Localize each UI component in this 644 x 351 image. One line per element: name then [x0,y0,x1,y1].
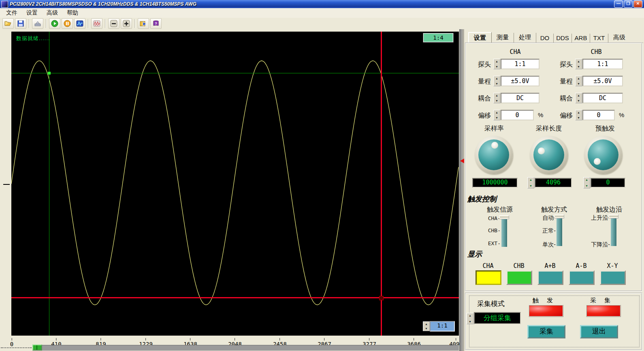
print-button[interactable] [32,18,43,29]
cha-offset-label: 偏移 [470,111,491,120]
zoom-out-button[interactable] [108,18,119,29]
acquisition-mode-label: 采集模式 [477,299,505,308]
trigger-edge-slider-handle[interactable] [609,214,618,218]
zoom-in-button[interactable] [121,18,132,29]
cha-coupling-field[interactable]: DC [501,93,540,103]
sample-rate-knob[interactable] [475,136,513,174]
cha-probe-label: 探头 [470,60,491,69]
chb-coupling-spinner[interactable]: ▲▼ [575,93,582,103]
chb-header: CHB [584,48,608,56]
trigger-mode-slider[interactable] [557,217,562,246]
knob-ball [533,139,564,170]
help-button[interactable]: ? [150,18,162,29]
trigger-mode-slider-handle[interactable] [554,214,564,218]
chb-probe-field[interactable]: 1:1 [582,59,623,69]
trigger-edge-option-rising[interactable]: 上升沿- [580,214,610,222]
horizontal-scale-spinner[interactable]: ▲▼ [423,321,430,331]
menu-file[interactable]: 文件 [2,9,21,17]
trigger-source-slider[interactable] [501,218,507,247]
trigger-source-option-ext[interactable]: EXT- [478,240,501,246]
cha-range-field[interactable]: ±5.0V [501,76,540,86]
red-horizontal-cursor[interactable] [11,297,459,298]
acquire-button[interactable]: 采集 [527,325,565,338]
run-export-button[interactable] [138,18,149,29]
chb-range-field[interactable]: ±5.0V [582,76,623,86]
green-horizontal-cursor[interactable] [11,73,459,73]
help-icon: ? [153,20,159,27]
sample-length-knob[interactable] [530,136,568,174]
chb-coupling-field[interactable]: DC [582,93,623,103]
chb-offset-field[interactable]: 0 [582,110,615,120]
vertical-scale-indicator: 1:4 [423,33,453,42]
menu-help[interactable]: 帮助 [63,9,82,17]
menu-advanced[interactable]: 高级 [43,9,62,17]
display-xy-button[interactable] [600,270,626,285]
trigger-mode-option-normal[interactable]: 正常- [531,227,556,235]
cha-probe-spinner[interactable]: ▲▼ [493,59,500,69]
panel-divider [459,29,464,351]
red-vertical-cursor[interactable] [381,32,382,336]
display-aplusb-button[interactable] [537,270,563,285]
trigger-source-option-cha[interactable]: CHA- [478,215,501,221]
menu-settings[interactable]: 设置 [23,9,41,17]
trigger-led [529,305,563,317]
cha-offset-field[interactable]: 0 [501,110,534,120]
exit-button[interactable]: 退出 [580,325,618,338]
acquisition-mode-spinner[interactable]: ▲▼ [467,313,473,324]
acquisition-panel: 采集模式 ▲▼ 分组采集 触 发 采 集 采集 退出 [465,293,642,350]
tab-advanced[interactable]: 高级 [608,33,630,43]
close-button[interactable]: ✕ [633,0,642,8]
tab-dds[interactable]: DDS [554,34,572,43]
sample-length-spinner[interactable]: ▲▼ [527,177,534,188]
knob-indicator-dot [538,148,545,154]
cha-header: CHA [503,48,527,56]
chb-offset-spinner[interactable]: ▲▼ [575,110,582,120]
chb-range-spinner[interactable]: ▲▼ [575,76,582,86]
cha-range-spinner[interactable]: ▲▼ [493,76,500,86]
tab-txt[interactable]: TXT [590,34,608,43]
minimize-button[interactable]: — [614,0,623,8]
display-xy-label: X-Y [600,262,625,270]
tab-arb[interactable]: ARB [572,34,590,43]
red-cursor-handle[interactable] [379,296,384,300]
pretrigger-spinner[interactable]: ▲▼ [583,177,590,188]
cha-probe-field[interactable]: 1:1 [501,59,540,69]
trigger-source-option-chb[interactable]: CHB- [478,227,501,233]
scope-display-button[interactable] [74,18,85,29]
green-vertical-cursor[interactable] [49,32,49,336]
scrollbar-track[interactable] [42,345,459,351]
start-button[interactable] [49,18,60,29]
display-aminusb-button[interactable] [569,270,595,285]
tab-settings[interactable]: 设置 [468,32,492,43]
cha-offset-spinner[interactable]: ▲▼ [493,110,500,120]
display-cha-button[interactable] [476,270,501,285]
trigger-source-slider-handle[interactable] [499,215,509,219]
open-folder-button[interactable] [2,18,14,29]
display-chb-button[interactable] [506,270,532,285]
knob-indicator-dot [491,142,498,149]
tab-do[interactable]: DO [536,34,554,43]
channel-zero-level-marker [3,184,10,185]
trigger-edge-option-falling[interactable]: 下降沿- [580,241,610,248]
green-cursor-handle[interactable] [48,72,51,75]
analysis-display-button[interactable] [91,18,102,29]
tab-measure[interactable]: 测量 [492,33,514,43]
maximize-button[interactable]: ❐ [624,0,633,8]
trigger-edge-slider[interactable] [611,217,616,246]
scrollbar-dotted-area [1,347,32,348]
chb-coupling-label: 耦合 [552,94,573,103]
waveform-plot[interactable]: 数据就绪...... 1:4 ▲▼ 1:1 [11,32,459,336]
tab-process[interactable]: 处理 [514,33,536,43]
trigger-mode-option-single[interactable]: 单次- [531,241,556,248]
toolbar-separator [134,19,135,28]
tab-bar: 设置 测量 处理 DO DDS ARB TXT 高级 [468,32,643,43]
chb-probe-spinner[interactable]: ▲▼ [575,59,582,69]
save-button[interactable] [15,18,26,29]
toolbar-separator [46,19,47,28]
pretrigger-knob[interactable] [584,136,622,174]
cha-coupling-spinner[interactable]: ▲▼ [493,93,500,103]
scrollbar-thumb[interactable] [32,345,42,351]
menu-bar: 文件 设置 高级 帮助 [0,8,644,18]
trigger-mode-option-auto[interactable]: 自动- [531,214,556,222]
stop-button[interactable] [62,18,73,29]
